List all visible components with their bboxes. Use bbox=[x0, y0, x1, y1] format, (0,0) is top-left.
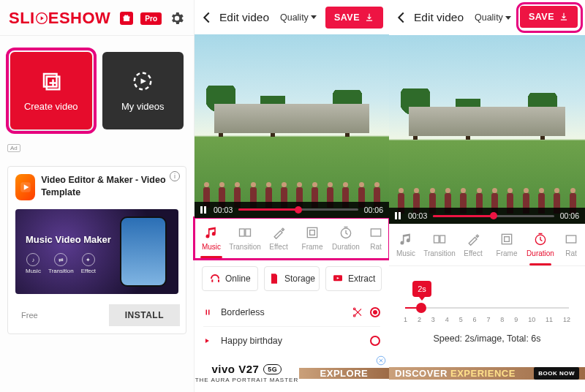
download-icon bbox=[559, 12, 569, 22]
track-radio[interactable] bbox=[370, 307, 380, 317]
editor-tabs: Music Transition Effect Frame Duration R… bbox=[195, 218, 389, 259]
save-button[interactable]: SAVE bbox=[520, 6, 578, 28]
bottom-ad-strip[interactable]: DISCOVER EXPERIENCE BOOK NOW bbox=[389, 354, 585, 392]
pause-small-icon bbox=[203, 308, 214, 317]
quality-dropdown[interactable]: Quality bbox=[280, 12, 317, 23]
tab-music[interactable]: Music bbox=[389, 224, 423, 265]
video-preview[interactable]: 00:03 00:06 bbox=[389, 35, 585, 224]
brand-text-1: SLI bbox=[9, 9, 35, 28]
seek-bar[interactable] bbox=[433, 215, 554, 217]
video-preview[interactable]: 00:03 00:06 bbox=[195, 34, 389, 218]
player-controls: 00:03 00:06 bbox=[389, 208, 585, 224]
vivo-logo: vivo V27 5G bbox=[211, 363, 282, 375]
music-track-row[interactable]: Borderless bbox=[203, 298, 380, 326]
my-videos-icon bbox=[132, 70, 154, 92]
duration-summary: Speed: 2s/image, Total: 6s bbox=[402, 333, 572, 344]
tab-ratio[interactable]: Rat bbox=[363, 218, 389, 258]
duration-slider[interactable] bbox=[405, 304, 569, 312]
play-small-icon bbox=[203, 337, 214, 344]
time-total: 00:06 bbox=[364, 206, 383, 214]
tab-transition[interactable]: Transition bbox=[423, 224, 456, 265]
info-icon[interactable]: i bbox=[170, 171, 180, 181]
close-ad-icon[interactable] bbox=[376, 355, 386, 366]
svg-rect-5 bbox=[240, 229, 245, 236]
svg-rect-10 bbox=[371, 229, 380, 236]
ad-creative-title: Music Video Maker bbox=[26, 234, 111, 245]
tab-frame[interactable]: Frame bbox=[490, 224, 524, 265]
tab-frame[interactable]: Frame bbox=[295, 218, 329, 258]
tab-duration[interactable]: Duration bbox=[524, 224, 557, 265]
tab-music[interactable]: Music bbox=[195, 218, 228, 258]
tab-duration[interactable]: Duration bbox=[329, 218, 363, 258]
play-icon bbox=[36, 12, 48, 24]
scissors-icon[interactable] bbox=[351, 306, 363, 318]
ad-tag: Ad bbox=[7, 144, 20, 152]
time-total: 00:06 bbox=[560, 211, 579, 220]
save-highlight: SAVE bbox=[520, 6, 579, 29]
time-current: 00:03 bbox=[408, 211, 427, 220]
ad-app-icon bbox=[15, 174, 35, 200]
duration-panel: 2s 123456789101112 Speed: 2s/image, Tota… bbox=[389, 266, 585, 348]
svg-rect-8 bbox=[310, 230, 315, 235]
brand-bar: SLI ESHOW Pro bbox=[0, 0, 194, 35]
svg-rect-14 bbox=[440, 235, 445, 243]
book-now-button[interactable]: BOOK NOW bbox=[534, 367, 579, 380]
my-videos-label: My videos bbox=[121, 101, 165, 112]
svg-rect-6 bbox=[246, 229, 251, 236]
create-video-icon bbox=[40, 70, 62, 92]
tab-transition[interactable]: Transition bbox=[228, 218, 262, 258]
page-title: Edit video bbox=[414, 11, 470, 24]
track-name: Borderless bbox=[221, 307, 344, 317]
duration-ticks: 123456789101112 bbox=[402, 314, 572, 323]
music-source-row: Online Storage Extract bbox=[195, 259, 389, 298]
pause-icon[interactable] bbox=[200, 206, 208, 214]
music-online-button[interactable]: Online bbox=[202, 266, 258, 291]
caret-down-icon bbox=[311, 15, 317, 19]
back-icon[interactable] bbox=[199, 10, 215, 26]
bottom-ad-strip[interactable]: vivo V27 5G THE AURA PORTRAIT MASTER EXP… bbox=[195, 354, 389, 392]
tab-effect[interactable]: Effect bbox=[456, 224, 490, 265]
brand-text-2: ESHOW bbox=[48, 9, 111, 28]
pause-icon[interactable] bbox=[395, 212, 402, 219]
editor-tabs: Music Transition Effect Frame Duration R… bbox=[389, 224, 585, 266]
track-name: Happy birthday bbox=[221, 336, 363, 346]
svg-rect-16 bbox=[505, 237, 510, 242]
ad-free-label: Free bbox=[14, 311, 38, 320]
gift-ad-icon[interactable] bbox=[120, 12, 133, 25]
music-track-row[interactable]: Happy birthday bbox=[203, 326, 380, 354]
create-video-label: Create video bbox=[24, 101, 78, 112]
create-video-tile[interactable]: Create video bbox=[10, 52, 92, 129]
time-current: 00:03 bbox=[214, 206, 233, 214]
seek-bar[interactable] bbox=[238, 208, 358, 211]
svg-rect-15 bbox=[502, 234, 511, 244]
pro-badge[interactable]: Pro bbox=[140, 12, 162, 25]
tab-effect[interactable]: Effect bbox=[262, 218, 295, 258]
ad-card[interactable]: Video Editor & Maker - Video Template i … bbox=[7, 166, 186, 334]
svg-rect-13 bbox=[434, 235, 439, 243]
ad-creative: Music Video Maker ♪Music ⇄Transition ✦Ef… bbox=[15, 209, 178, 294]
back-icon[interactable] bbox=[393, 10, 410, 26]
vivo-subtitle: THE AURA PORTRAIT MASTER bbox=[195, 377, 299, 383]
save-button[interactable]: SAVE bbox=[325, 7, 383, 29]
svg-rect-18 bbox=[566, 235, 575, 243]
quality-dropdown[interactable]: Quality bbox=[475, 12, 511, 23]
page-title: Edit video bbox=[219, 11, 276, 24]
my-videos-tile[interactable]: My videos bbox=[102, 52, 184, 129]
tab-ratio[interactable]: Rat bbox=[557, 224, 585, 265]
duration-value-bubble: 2s bbox=[412, 281, 431, 297]
music-storage-button[interactable]: Storage bbox=[264, 266, 320, 291]
download-icon bbox=[364, 12, 374, 23]
svg-rect-7 bbox=[307, 227, 317, 237]
gear-icon[interactable] bbox=[169, 10, 185, 26]
brand-logo: SLI ESHOW bbox=[9, 9, 110, 28]
caret-down-icon bbox=[505, 16, 511, 20]
player-controls: 00:03 00:06 bbox=[195, 202, 389, 218]
music-extract-button[interactable]: Extract bbox=[325, 266, 382, 291]
track-radio[interactable] bbox=[370, 336, 380, 346]
ad-title: Video Editor & Maker - Video Template bbox=[41, 174, 178, 199]
install-button[interactable]: INSTALL bbox=[109, 304, 180, 326]
